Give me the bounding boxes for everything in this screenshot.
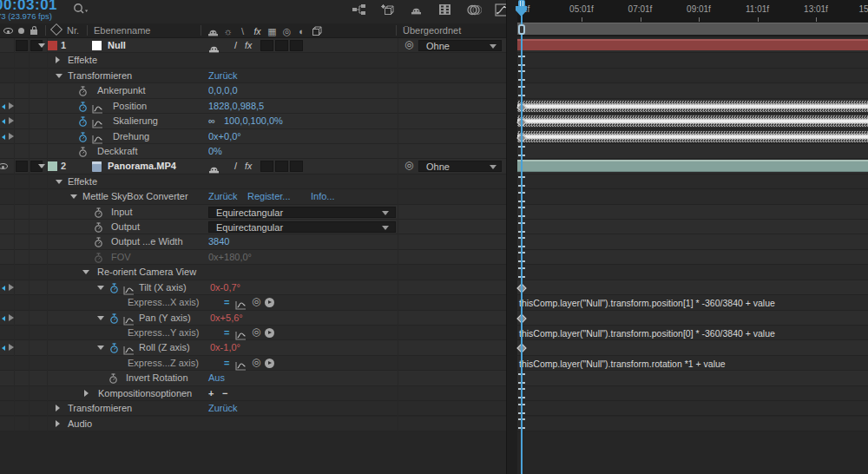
expression-name[interactable]: Express...X axis) — [128, 297, 200, 308]
property-name[interactable]: Skalierung — [113, 115, 158, 127]
timeline-row[interactable]: Skalierung∞100,0,100,0% — [0, 114, 507, 128]
timeline-row[interactable]: Invert RotationAus — [0, 371, 507, 385]
timeline-track-row[interactable] — [517, 311, 868, 326]
fx-switch[interactable]: fx — [245, 40, 252, 51]
adjustment-layer-switch-icon[interactable]: ◐ — [295, 25, 308, 37]
fx-switch[interactable]: fx — [245, 161, 252, 172]
timeline-track-row[interactable] — [517, 38, 868, 53]
timeline-track-row[interactable] — [517, 340, 868, 355]
solo-cell[interactable] — [16, 161, 28, 172]
timeline-track-row[interactable] — [517, 265, 868, 280]
switch-cell[interactable] — [260, 161, 273, 172]
timeline-row[interactable]: Pan (Y axis)0x+5,6° — [0, 311, 507, 326]
timeline-row[interactable]: Effekte — [0, 174, 507, 189]
timeline-track-row[interactable] — [517, 280, 868, 295]
timeline-track-row[interactable] — [517, 129, 868, 144]
switch-cell[interactable] — [275, 40, 288, 51]
property-value-expression-driven[interactable]: 0x-0,7° — [210, 282, 240, 293]
draft-3d-icon[interactable] — [379, 2, 397, 17]
timeline-row[interactable]: Mettle SkyBox ConverterZurückRegister...… — [0, 189, 507, 204]
timeline-row[interactable]: Ankerpunkt0,0,0,0 — [0, 83, 507, 98]
twirl-down-icon[interactable] — [97, 286, 104, 290]
quality-switch-icon[interactable]: \ — [236, 25, 249, 37]
motion-blur-switch-icon[interactable]: ◎ — [280, 25, 293, 37]
group-name[interactable]: Audio — [68, 418, 92, 430]
timeline-track-row[interactable] — [517, 220, 868, 234]
enable-expression-icon[interactable]: = — [224, 297, 229, 308]
expression-text[interactable]: thisComp.layer("Null").transform.positio… — [519, 328, 775, 339]
property-name[interactable]: Drehung — [113, 131, 149, 142]
parent-pickwhip-icon[interactable]: ◎ — [404, 39, 413, 50]
timeline-track-row[interactable] — [517, 83, 868, 98]
property-name[interactable]: Position — [113, 101, 147, 112]
timeline-row[interactable]: InputEquirectangular — [0, 205, 507, 220]
twirl-right-icon[interactable] — [56, 405, 60, 411]
group-name[interactable]: Mettle SkyBox Converter — [82, 191, 188, 202]
twirl-down-icon[interactable] — [56, 180, 62, 184]
timeline-track-row[interactable] — [517, 159, 868, 174]
group-name[interactable]: Effekte — [68, 176, 97, 188]
timeline-row[interactable]: Express...Z axis)=◎ — [0, 356, 507, 371]
link-dimensions-icon[interactable]: ∞ — [208, 115, 215, 127]
timeline-track-row[interactable] — [517, 144, 868, 159]
timeline-row[interactable]: Re-orient Camera View — [0, 265, 507, 280]
timeline-track-row[interactable] — [517, 114, 868, 128]
playhead-ribbon[interactable] — [518, 0, 525, 7]
timeline-row[interactable]: TransformierenZurück — [0, 401, 507, 416]
search-icon[interactable] — [71, 2, 92, 16]
expression-name[interactable]: Express...Z axis) — [128, 358, 199, 369]
collapse-transformations-switch-icon[interactable]: ☼ — [221, 25, 234, 37]
keyframes-dense-band[interactable] — [517, 115, 868, 127]
prev-keyframe-icon[interactable] — [2, 286, 5, 291]
property-name[interactable]: Tilt (X axis) — [139, 282, 187, 293]
property-dropdown[interactable]: Equirectangular — [208, 207, 396, 218]
prev-keyframe-icon[interactable] — [2, 104, 5, 109]
column-nr[interactable]: Nr. — [67, 25, 79, 36]
expression-pickwhip-icon[interactable]: ◎ — [252, 326, 260, 338]
property-value[interactable]: 1828,0,988,5 — [208, 101, 264, 112]
layer-duration-bar[interactable] — [517, 39, 868, 50]
quality-switch[interactable]: / — [234, 161, 237, 172]
prev-keyframe-icon[interactable] — [2, 119, 5, 124]
switch-cell[interactable] — [290, 40, 303, 51]
parent-dropdown[interactable]: Ohne — [418, 161, 502, 172]
parent-dropdown[interactable]: Ohne — [418, 40, 502, 51]
twirl-down-icon[interactable] — [97, 346, 104, 350]
parent-pickwhip-icon[interactable]: ◎ — [404, 160, 413, 171]
timeline-row[interactable]: Deckkraft0% — [0, 144, 507, 159]
layer-color-swatch[interactable] — [48, 41, 57, 50]
expression-language-menu-icon[interactable] — [265, 359, 274, 368]
twirl-down-icon[interactable] — [97, 316, 104, 320]
property-value[interactable]: 0% — [208, 146, 222, 157]
timeline-track-row[interactable] — [517, 401, 868, 416]
property-value[interactable]: 3840 — [208, 236, 229, 247]
expression-language-menu-icon[interactable] — [265, 298, 274, 307]
property-name[interactable]: Deckkraft — [97, 146, 137, 157]
enable-expression-icon[interactable]: = — [224, 327, 229, 339]
time-ruler[interactable]: 1f05:01f07:01f09:01f11:01f13:01f15 — [517, 0, 868, 23]
shy-switch-icon[interactable] — [207, 25, 220, 37]
switch-cell[interactable] — [275, 161, 288, 172]
timeline-row[interactable]: OutputEquirectangular — [0, 220, 507, 234]
property-value[interactable]: Aus — [208, 372, 225, 384]
twirl-right-icon[interactable] — [84, 390, 89, 397]
property-name[interactable]: Roll (Z axis) — [139, 342, 190, 353]
timeline-track-row[interactable] — [517, 69, 868, 83]
property-value[interactable]: 0,0,0,0 — [208, 85, 238, 96]
timeline-track-row[interactable] — [517, 174, 868, 189]
property-name[interactable]: Invert Rotation — [126, 372, 188, 384]
add-property-button[interactable]: + — [208, 388, 214, 399]
prev-keyframe-icon[interactable] — [2, 135, 5, 140]
timeline-row[interactable]: Drehung0x+0,0° — [0, 129, 507, 144]
timeline-track-row[interactable]: thisComp.layer("Null").transform.rotatio… — [517, 356, 868, 371]
twirl-down-icon[interactable] — [70, 194, 77, 199]
keyframes-dense-band[interactable] — [517, 131, 868, 142]
layer-name[interactable]: Null — [108, 40, 126, 51]
group-name[interactable]: Kompositionsoptionen — [98, 388, 192, 399]
timeline-track-row[interactable] — [517, 371, 868, 385]
timeline-row[interactable]: Kompositionsoptionen+− — [0, 386, 507, 401]
motion-blur-icon[interactable] — [465, 2, 483, 17]
video-eye-icon[interactable] — [3, 28, 13, 34]
timeline-row[interactable]: Roll (Z axis)0x-1,0° — [0, 340, 507, 355]
property-name[interactable]: Ankerpunkt — [97, 85, 146, 96]
